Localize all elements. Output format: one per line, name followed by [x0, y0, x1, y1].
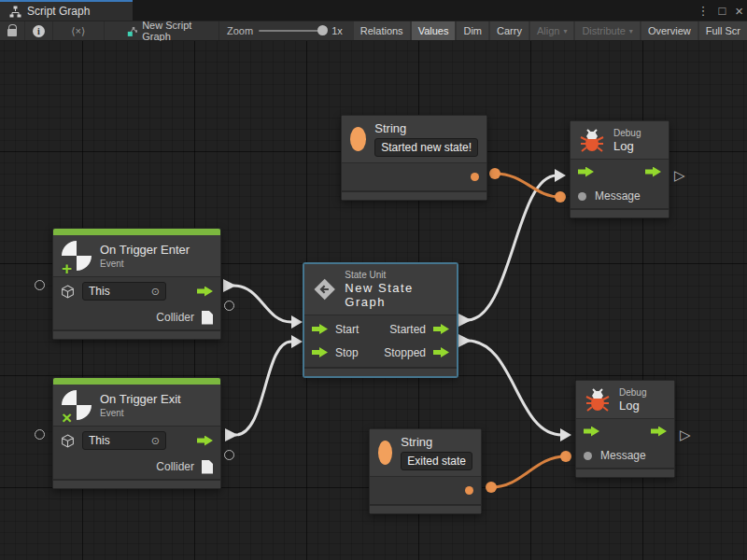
zoom-control: Zoom 1x	[219, 21, 350, 40]
message-label: Message	[595, 189, 641, 203]
trigger-enter-target-port[interactable]	[35, 280, 45, 290]
node-footer	[53, 479, 220, 488]
dim-button[interactable]: Dim	[457, 21, 488, 40]
node-title: String	[401, 435, 472, 449]
debug-bottom-exit-port[interactable]: ▷	[680, 427, 691, 441]
relations-button[interactable]: Relations	[354, 21, 410, 40]
start-row: Start Started	[304, 317, 457, 341]
toolbar-toggle-group: Relations Values Dim Carry Align ▾ Distr…	[354, 21, 747, 40]
menu-icon[interactable]: ⋮	[697, 4, 709, 18]
string-value-field[interactable]: Started new state!	[374, 138, 478, 157]
target-object-field[interactable]: This ⊙	[82, 431, 166, 450]
zoom-label: Zoom	[227, 25, 253, 36]
maximize-icon[interactable]: □	[718, 4, 726, 18]
zoom-slider[interactable]	[259, 30, 326, 32]
flow-output-port[interactable]	[197, 436, 213, 446]
stop-label: Stop	[335, 346, 359, 359]
graph-canvas[interactable]: String Started new state!	[0, 41, 747, 560]
node-on-trigger-exit[interactable]: × On Trigger Exit Event This ⊙ C	[52, 377, 221, 489]
node-debug-log-top[interactable]: Debug Log Message	[570, 120, 669, 218]
value-output-port[interactable]	[465, 486, 473, 495]
wire-string-to-message-bottom[interactable]	[486, 451, 571, 493]
node-state-unit[interactable]: State Unit New State Graph Start Started…	[303, 263, 458, 377]
target-object-field[interactable]: This ⊙	[82, 282, 166, 301]
zoom-slider-handle[interactable]	[317, 25, 328, 35]
tab-script-graph[interactable]: Script Graph	[0, 0, 133, 21]
graph-toolbar: i ⟨×⟩ New Script Graph Zoom 1x Relations…	[0, 21, 747, 41]
string-value-field[interactable]: Exited state	[401, 452, 472, 470]
collider-output-port[interactable]	[202, 460, 213, 474]
message-input-port[interactable]	[584, 452, 592, 460]
object-picker-icon[interactable]: ⊙	[151, 286, 160, 298]
node-string-bottom[interactable]: String Exited state	[369, 428, 482, 514]
values-button[interactable]: Values	[412, 21, 456, 40]
code-preview-button[interactable]: ⟨×⟩	[53, 21, 105, 40]
message-label: Message	[600, 449, 646, 462]
object-picker-icon[interactable]: ⊙	[151, 435, 160, 447]
debug-top-exit-port[interactable]: ▷	[674, 168, 685, 182]
node-footer	[370, 504, 481, 513]
carry-button[interactable]: Carry	[490, 21, 529, 40]
debug-bug-icon	[585, 386, 611, 413]
overview-button[interactable]: Overview	[641, 21, 698, 40]
started-output-port[interactable]	[433, 324, 449, 334]
trigger-enter-collider-port[interactable]	[224, 301, 234, 311]
fullscreen-button[interactable]: Full Scr	[699, 21, 747, 40]
breadcrumb-label: New Script Graph	[142, 20, 209, 42]
stopped-output-port[interactable]	[433, 347, 449, 357]
node-footer	[576, 468, 674, 477]
node-debug-log-bottom[interactable]: Debug Log Message	[575, 380, 675, 478]
trigger-exit-target-port[interactable]	[35, 429, 45, 440]
node-string-top[interactable]: String Started new state!	[341, 115, 487, 201]
port-row	[370, 477, 481, 504]
align-dropdown[interactable]: Align ▾	[530, 21, 573, 40]
graph-asset-icon	[127, 25, 138, 37]
event-icon: +	[62, 241, 92, 271]
collider-row: Collider	[53, 305, 220, 329]
node-header: Debug Log	[576, 381, 674, 419]
node-header: String Started new state!	[342, 116, 486, 163]
flow-input-port[interactable]	[584, 427, 599, 437]
breadcrumb[interactable]: New Script Graph	[118, 21, 219, 40]
node-title: New State Graph	[345, 281, 448, 309]
wire-string-to-message-top[interactable]	[489, 168, 566, 203]
stopped-label: Stopped	[384, 346, 426, 359]
plus-badge: +	[62, 259, 72, 277]
started-label: Started	[389, 323, 426, 336]
node-header: State Unit New State Graph	[304, 264, 457, 315]
code-icon: ⟨×⟩	[71, 25, 85, 37]
state-unit-icon	[313, 276, 336, 302]
node-footer	[304, 367, 457, 376]
node-header: + On Trigger Enter Event	[53, 235, 220, 277]
start-input-port[interactable]	[312, 324, 328, 334]
stop-input-port[interactable]	[312, 347, 328, 357]
node-header: × On Trigger Exit Event	[53, 385, 220, 427]
info-button[interactable]: i	[25, 21, 53, 40]
game-object-icon	[61, 434, 75, 448]
flow-output-port[interactable]	[651, 427, 667, 437]
collider-label: Collider	[156, 460, 194, 473]
distribute-dropdown[interactable]: Distribute ▾	[575, 21, 639, 40]
close-icon[interactable]: ×	[735, 3, 743, 19]
zoom-value: 1x	[331, 25, 343, 36]
trigger-exit-collider-port[interactable]	[224, 450, 234, 460]
wire-stopped-to-log[interactable]	[458, 334, 571, 441]
node-title: Log	[613, 139, 641, 153]
value-output-port[interactable]	[471, 173, 479, 181]
target-value: This	[89, 434, 110, 447]
collider-output-port[interactable]	[202, 311, 213, 325]
info-icon: i	[33, 25, 45, 37]
node-on-trigger-enter[interactable]: + On Trigger Enter Event This ⊙	[52, 228, 221, 340]
message-row: Message	[571, 184, 669, 208]
target-value: This	[89, 285, 110, 298]
message-input-port[interactable]	[578, 192, 586, 201]
lock-button[interactable]	[0, 21, 25, 40]
flow-output-port[interactable]	[197, 287, 213, 297]
flow-output-port[interactable]	[645, 167, 661, 177]
wire-exit-to-stop[interactable]	[225, 335, 303, 441]
wire-enter-to-start[interactable]	[223, 279, 303, 329]
lock-icon	[7, 29, 17, 36]
port-row	[342, 163, 486, 190]
node-footer	[342, 190, 486, 200]
flow-input-port[interactable]	[578, 167, 594, 177]
